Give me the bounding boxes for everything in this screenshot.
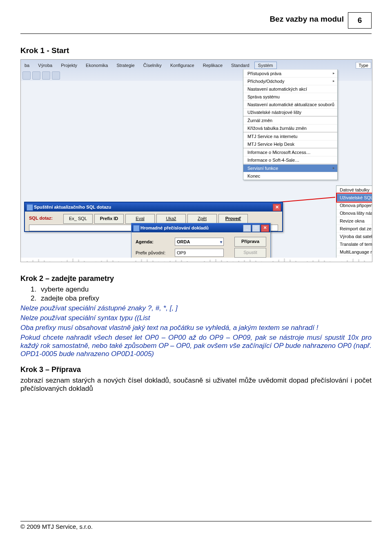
priprava-button[interactable]: Příprava: [234, 237, 266, 247]
menu-item[interactable]: Konec: [243, 172, 337, 180]
screenshot: ba Výroba Projekty Ekonomika Strategie Č…: [20, 59, 372, 262]
menu-item[interactable]: Replikace: [199, 62, 226, 69]
window-icon: [27, 204, 33, 211]
minimize-icon[interactable]: _: [243, 225, 251, 232]
torn-edge: [21, 258, 372, 262]
submenu-item[interactable]: Revize okna: [336, 217, 372, 225]
menu-item[interactable]: Číselníky: [140, 62, 165, 69]
section-2-title: Krok 2 – zadejte parametry: [20, 274, 372, 283]
close-icon[interactable]: ✕: [273, 204, 281, 211]
menu-item[interactable]: Křížová tabulka žurnálu změn: [243, 124, 337, 132]
menu-item[interactable]: MTJ Service Help Desk: [243, 140, 337, 148]
menu-item[interactable]: Informace o Soft-4-Sale…: [243, 156, 337, 164]
hromadne-window: Hromadné přečíslování dokladů _ □ ✕ Agen…: [131, 223, 271, 262]
menu-item[interactable]: Standard: [227, 62, 253, 69]
type-field[interactable]: Type: [356, 62, 371, 69]
toolbar-icon[interactable]: [52, 71, 60, 80]
submenu-item[interactable]: Obnova lišty nástrojů !: [336, 209, 372, 217]
menu-item[interactable]: Příchody/Odchody: [243, 77, 337, 85]
submenu-item[interactable]: Translate of term: [336, 240, 372, 248]
note-text: Pokud chcete nahradit všech deset let OP…: [20, 334, 372, 358]
section-1-title: Krok 1 - Start: [20, 46, 372, 55]
menu-item[interactable]: Výroba: [34, 62, 56, 69]
menu-item[interactable]: Strategie: [113, 62, 138, 69]
menu-item[interactable]: Přístupová práva: [243, 69, 337, 77]
menu-item[interactable]: Projekty: [57, 62, 81, 69]
step-item: zadejte oba prefixy: [38, 294, 372, 303]
footer: © 2009 MTJ Service, s.r.o.: [20, 521, 372, 530]
menu-item[interactable]: Konfigurace: [167, 62, 198, 69]
footer-text: © 2009 MTJ Service, s.r.o.: [20, 523, 93, 530]
note-text: Oba prefixy musí obsahovat vlastně jaký …: [20, 324, 372, 332]
menu-item[interactable]: Uživatelské nástrojové lišty: [243, 108, 337, 116]
menu-item[interactable]: Správa systému: [243, 93, 337, 100]
sql-btn-ex[interactable]: Ex_ SQL: [63, 214, 93, 224]
step-item: vyberte agendu: [38, 285, 372, 294]
close-icon[interactable]: ✕: [261, 225, 269, 232]
sql-window-title: Spuštění aktualizačního SQL dotazu: [34, 205, 111, 209]
toolbar: [22, 71, 60, 80]
app-menubar: ba Výroba Projekty Ekonomika Strategie Č…: [21, 62, 372, 70]
submenu-item[interactable]: Reimport dat ze stare verze: [336, 225, 372, 232]
menu-item[interactable]: Žurnál změn: [243, 116, 337, 124]
menu-item[interactable]: ba: [21, 62, 33, 69]
sql-btn-ukaz[interactable]: Ukaž: [156, 214, 186, 224]
sql-btn-zpet[interactable]: Zpět: [187, 214, 217, 224]
page-number: 6: [348, 12, 372, 29]
agenda-combo[interactable]: ORDA: [175, 238, 224, 246]
system-dropdown: Přístupová právaPříchody/OdchodyNastaven…: [243, 69, 338, 180]
toolbar-icon[interactable]: [32, 71, 40, 80]
menu-item[interactable]: Servisní funkce: [243, 164, 337, 172]
field-label: Agenda:: [136, 239, 172, 244]
menu-item[interactable]: Nastavení automatických akcí: [243, 85, 337, 93]
maximize-icon[interactable]: □: [252, 225, 260, 232]
menu-item[interactable]: Informace o Microsoft Access…: [243, 148, 337, 156]
submenu-item[interactable]: Výroba dat satelitu: [336, 232, 372, 240]
note-text: Nelze používat speciální zástupné znaky …: [20, 304, 372, 312]
header-title: Bez vazby na modul: [270, 15, 344, 24]
note-text: Nelze používat speciální syntax typu ((L…: [20, 314, 372, 322]
toolbar-icon[interactable]: [42, 71, 50, 80]
submenu-item[interactable]: MultiLanguage mod: [336, 248, 372, 256]
menu-item[interactable]: MTJ Service na internetu: [243, 132, 337, 140]
sql-btn-prefixid[interactable]: Prefix ID: [94, 214, 124, 224]
field-label: Prefix původní:: [136, 250, 172, 255]
prefix-puvodni-input[interactable]: OP9: [175, 249, 224, 257]
spustit-button[interactable]: Spustit: [234, 248, 266, 258]
toolbar-icon[interactable]: [22, 71, 31, 80]
sql-btn-proved[interactable]: Proveď: [218, 214, 248, 224]
sql-label: SQL dotaz:: [29, 216, 53, 220]
menu-item-system[interactable]: Systém: [254, 62, 277, 69]
menu-item[interactable]: Nastavení automatické aktualizace soubor…: [243, 100, 337, 108]
window-icon: [133, 225, 140, 232]
hr-window-title: Hromadné přečíslování dokladů: [140, 225, 209, 230]
annotation-box: [336, 193, 372, 203]
sql-btn-eval[interactable]: Eval: [125, 214, 155, 224]
menu-item[interactable]: Ekonomika: [82, 62, 111, 69]
body-text: zobrazí seznam starých a nových čísel do…: [20, 376, 372, 393]
section-3-title: Krok 3 – Příprava: [20, 365, 372, 374]
